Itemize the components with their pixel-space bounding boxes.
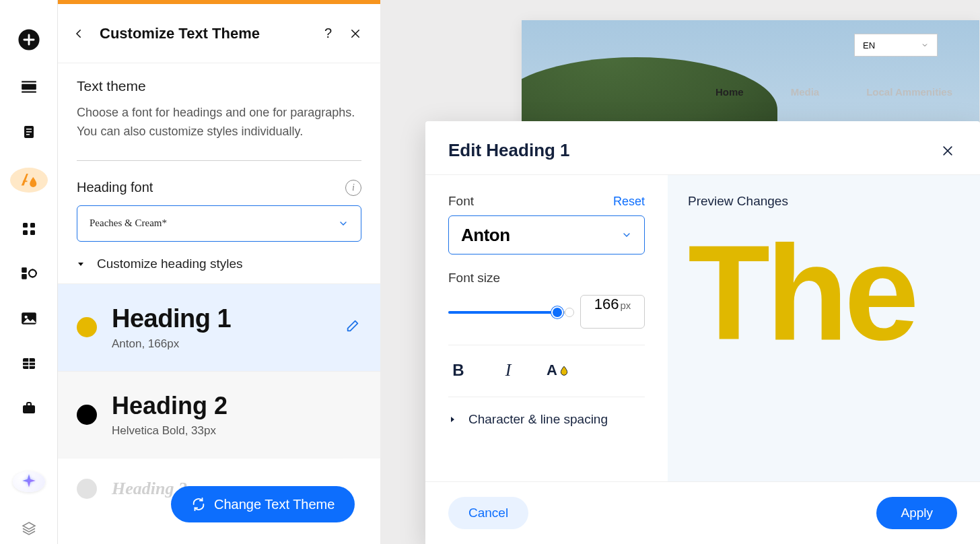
rail-ai[interactable] (13, 471, 45, 493)
rail-section[interactable] (15, 78, 42, 96)
image-icon (20, 310, 38, 327)
color-dot (77, 405, 97, 425)
chevron-down-icon (338, 218, 349, 229)
apply-button[interactable]: Apply (876, 497, 957, 529)
rail-pages[interactable] (15, 123, 42, 141)
rail-table[interactable] (15, 354, 42, 372)
triangle-down-icon (77, 260, 85, 268)
svg-rect-7 (26, 134, 30, 135)
pencil-icon (345, 318, 360, 333)
customize-heading-toggle[interactable]: Customize heading styles (58, 242, 380, 283)
svg-point-14 (29, 270, 36, 277)
grid-icon (21, 221, 37, 237)
preview-label: Preview Changes (688, 194, 960, 209)
heading-row-2[interactable]: Heading 2 Helvetica Bold, 33px (58, 371, 380, 458)
spacing-toggle[interactable]: Character & line spacing (448, 397, 645, 427)
section-description: Choose a font for headings and one for p… (77, 104, 361, 141)
rail-theme[interactable] (10, 168, 48, 193)
layers-icon (21, 520, 37, 537)
font-size-unit: px (620, 300, 631, 311)
widget-icon (20, 265, 38, 282)
heading-title: Heading 2 (112, 392, 361, 420)
dialog-footer: Cancel Apply (425, 482, 980, 544)
svg-rect-1 (22, 84, 36, 90)
cancel-button[interactable]: Cancel (448, 497, 528, 529)
svg-rect-6 (26, 131, 32, 133)
customize-heading-label: Customize heading styles (97, 257, 243, 271)
format-row: B I A (448, 345, 645, 380)
section-title: Text theme (77, 78, 361, 94)
rail-add[interactable] (15, 28, 42, 51)
font-select[interactable]: Anton (448, 215, 645, 254)
heading-title: Heading 1 (112, 304, 361, 333)
font-size-label: Font size (448, 271, 500, 285)
font-size-slider[interactable] (448, 306, 568, 318)
change-text-theme-button[interactable]: Change Text Theme (171, 486, 355, 522)
font-size-value: 166 (594, 296, 619, 313)
reset-button[interactable]: Reset (613, 195, 645, 209)
bold-button[interactable]: B (448, 360, 468, 380)
rail-layers[interactable] (15, 519, 42, 537)
svg-rect-13 (22, 274, 27, 279)
svg-rect-5 (26, 129, 32, 130)
nav-media[interactable]: Media (791, 86, 820, 98)
triangle-right-icon (448, 415, 456, 423)
dialog-title: Edit Heading 1 (448, 140, 570, 161)
text-color-button[interactable]: A (548, 360, 568, 380)
table-icon (21, 355, 37, 372)
rail-media[interactable] (15, 310, 42, 328)
info-icon[interactable]: i (345, 180, 361, 196)
font-value: Anton (461, 225, 510, 246)
chevron-down-icon (621, 230, 632, 240)
rail-widgets[interactable] (15, 265, 42, 283)
italic-button[interactable]: I (498, 360, 518, 380)
close-icon (941, 144, 954, 158)
page-nav: Home Media Local Ammenities (715, 86, 952, 98)
panel-title: Customize Text Theme (100, 25, 310, 42)
chevron-down-icon (921, 41, 929, 49)
section-icon (20, 78, 38, 96)
left-rail (0, 0, 57, 544)
heading-font-row: Heading font i (58, 180, 380, 196)
dialog-header: Edit Heading 1 (425, 121, 980, 174)
dialog-controls: Font Reset Anton Font size 166px (425, 175, 668, 481)
sparkle-icon (20, 473, 38, 490)
nav-amenities[interactable]: Local Ammenities (866, 86, 952, 98)
close-panel-button[interactable] (347, 25, 364, 42)
heading-font-label: Heading font (77, 180, 153, 195)
svg-rect-9 (30, 223, 35, 228)
text-theme-icon (19, 170, 39, 191)
heading-font-value: Peaches & Cream* (90, 217, 167, 229)
svg-rect-12 (22, 268, 27, 273)
edit-heading-dialog: Edit Heading 1 Font Reset Anton Font siz… (425, 121, 980, 544)
drop-icon (559, 364, 569, 377)
svg-rect-11 (30, 230, 35, 235)
svg-rect-3 (22, 92, 36, 93)
preview-text: The (688, 236, 960, 350)
font-label: Font (448, 194, 474, 209)
svg-rect-8 (23, 223, 28, 228)
dialog-close-button[interactable] (938, 141, 957, 160)
change-theme-label: Change Text Theme (214, 497, 335, 512)
color-dot (77, 479, 97, 499)
preview-page: EN Home Media Local Ammenities (522, 20, 979, 128)
svg-rect-10 (23, 230, 28, 235)
nav-home[interactable]: Home (715, 86, 744, 98)
divider (77, 160, 361, 161)
language-select[interactable]: EN (854, 34, 938, 57)
heading-row-1[interactable]: Heading 1 Anton, 166px (58, 283, 380, 371)
sidebar-panel: Customize Text Theme ? Text theme Choose… (57, 0, 380, 544)
heading-font-select[interactable]: Peaches & Cream* (77, 205, 361, 242)
edit-heading-button[interactable] (345, 318, 360, 336)
font-size-input[interactable]: 166px (580, 295, 645, 329)
rail-apps[interactable] (15, 219, 42, 238)
refresh-icon (191, 497, 206, 512)
plus-circle-icon (18, 28, 40, 51)
page-icon (21, 124, 37, 140)
color-dot (77, 317, 97, 337)
panel-header: Customize Text Theme ? (58, 4, 380, 63)
svg-rect-18 (23, 405, 35, 413)
back-button[interactable] (70, 25, 88, 42)
help-button[interactable]: ? (322, 23, 335, 44)
rail-business[interactable] (15, 399, 42, 417)
